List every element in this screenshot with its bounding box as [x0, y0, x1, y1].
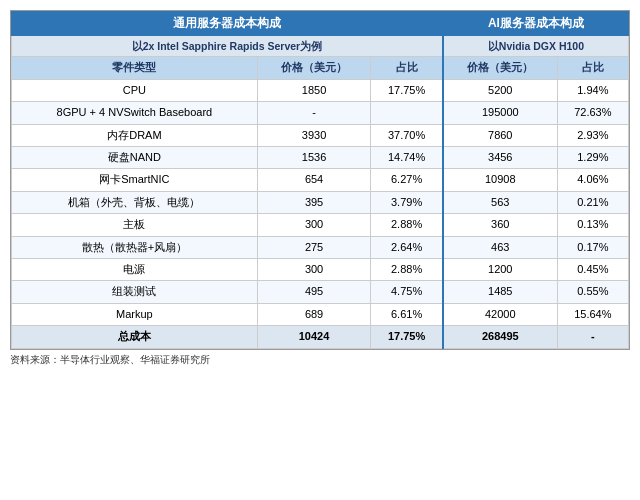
ai-subheader: 以Nvidia DGX H100 — [443, 35, 629, 57]
cell-component: 硬盘NAND — [12, 147, 258, 169]
cell-ratio: 2.88% — [371, 214, 443, 236]
cell-component: 8GPU + 4 NVSwitch Baseboard — [12, 102, 258, 124]
cell-component: 机箱（外壳、背板、电缆） — [12, 191, 258, 213]
cell-ai-price: 195000 — [443, 102, 557, 124]
ai-server-header: AI服务器成本构成 — [443, 12, 629, 36]
cell-component: 组装测试 — [12, 281, 258, 303]
cell-component: Markup — [12, 303, 258, 325]
table-row: 电源 300 2.88% 1200 0.45% — [12, 259, 629, 281]
cell-ratio: 2.64% — [371, 236, 443, 258]
cell-component: CPU — [12, 79, 258, 101]
cell-price: 495 — [257, 281, 371, 303]
cell-price: 1536 — [257, 147, 371, 169]
cell-price: 395 — [257, 191, 371, 213]
total-row: 总成本 10424 17.75% 268495 - — [12, 326, 629, 348]
cell-price: 300 — [257, 214, 371, 236]
col-price-header: 价格（美元） — [257, 57, 371, 79]
header-row: 通用服务器成本构成 AI服务器成本构成 — [12, 12, 629, 36]
cell-component: 网卡SmartNIC — [12, 169, 258, 191]
source-citation: 资料来源：半导体行业观察、华福证券研究所 — [10, 353, 630, 367]
source-text: 资料来源：半导体行业观察、华福证券研究所 — [10, 354, 210, 365]
total-ai-ratio: - — [557, 326, 628, 348]
col-ai-price-header: 价格（美元） — [443, 57, 557, 79]
cell-price: 654 — [257, 169, 371, 191]
table-row: 主板 300 2.88% 360 0.13% — [12, 214, 629, 236]
cell-ai-ratio: 0.17% — [557, 236, 628, 258]
cell-ai-ratio: 2.93% — [557, 124, 628, 146]
col-ratio-header: 占比 — [371, 57, 443, 79]
cell-ratio: 3.79% — [371, 191, 443, 213]
cell-ai-price: 1200 — [443, 259, 557, 281]
cell-component: 散热（散热器+风扇） — [12, 236, 258, 258]
cell-ai-price: 42000 — [443, 303, 557, 325]
cell-ratio — [371, 102, 443, 124]
table-row: 散热（散热器+风扇） 275 2.64% 463 0.17% — [12, 236, 629, 258]
total-ai-price: 268495 — [443, 326, 557, 348]
cell-ai-ratio: 0.45% — [557, 259, 628, 281]
cell-component: 主板 — [12, 214, 258, 236]
table-row: 硬盘NAND 1536 14.74% 3456 1.29% — [12, 147, 629, 169]
table-row: Markup 689 6.61% 42000 15.64% — [12, 303, 629, 325]
cell-ai-price: 1485 — [443, 281, 557, 303]
cell-ai-price: 7860 — [443, 124, 557, 146]
cell-ai-ratio: 15.64% — [557, 303, 628, 325]
cell-ai-ratio: 0.13% — [557, 214, 628, 236]
col-ai-ratio-header: 占比 — [557, 57, 628, 79]
cell-ai-ratio: 4.06% — [557, 169, 628, 191]
main-table-wrapper: 通用服务器成本构成 AI服务器成本构成 以2x Intel Sapphire R… — [10, 10, 630, 350]
cell-ratio: 17.75% — [371, 79, 443, 101]
cell-ai-ratio: 0.55% — [557, 281, 628, 303]
cell-ratio: 14.74% — [371, 147, 443, 169]
table-row: CPU 1850 17.75% 5200 1.94% — [12, 79, 629, 101]
cell-ratio: 37.70% — [371, 124, 443, 146]
cost-comparison-table: 通用服务器成本构成 AI服务器成本构成 以2x Intel Sapphire R… — [11, 11, 629, 349]
cell-ai-ratio: 1.94% — [557, 79, 628, 101]
cell-component: 电源 — [12, 259, 258, 281]
cell-ratio: 6.27% — [371, 169, 443, 191]
cell-ai-ratio: 0.21% — [557, 191, 628, 213]
table-body: CPU 1850 17.75% 5200 1.94% 8GPU + 4 NVSw… — [12, 79, 629, 348]
cell-ratio: 6.61% — [371, 303, 443, 325]
cell-component: 内存DRAM — [12, 124, 258, 146]
cell-ratio: 2.88% — [371, 259, 443, 281]
total-price: 10424 — [257, 326, 371, 348]
cell-ai-price: 10908 — [443, 169, 557, 191]
cell-ai-price: 3456 — [443, 147, 557, 169]
cell-price: 275 — [257, 236, 371, 258]
cell-ai-price: 563 — [443, 191, 557, 213]
cell-price: 1850 — [257, 79, 371, 101]
col-header-row: 零件类型 价格（美元） 占比 价格（美元） 占比 — [12, 57, 629, 79]
subheader-row: 以2x Intel Sapphire Rapids Server为例 以Nvid… — [12, 35, 629, 57]
cell-price: 689 — [257, 303, 371, 325]
cell-ai-ratio: 1.29% — [557, 147, 628, 169]
cell-price: 3930 — [257, 124, 371, 146]
cell-price: 300 — [257, 259, 371, 281]
general-subheader: 以2x Intel Sapphire Rapids Server为例 — [12, 35, 443, 57]
cell-price: - — [257, 102, 371, 124]
cell-ai-price: 360 — [443, 214, 557, 236]
cell-ai-price: 5200 — [443, 79, 557, 101]
col-component-header: 零件类型 — [12, 57, 258, 79]
table-row: 8GPU + 4 NVSwitch Baseboard - 195000 72.… — [12, 102, 629, 124]
total-ratio: 17.75% — [371, 326, 443, 348]
general-server-header: 通用服务器成本构成 — [12, 12, 443, 36]
table-row: 网卡SmartNIC 654 6.27% 10908 4.06% — [12, 169, 629, 191]
cell-ratio: 4.75% — [371, 281, 443, 303]
cell-ai-price: 463 — [443, 236, 557, 258]
cell-ai-ratio: 72.63% — [557, 102, 628, 124]
total-label: 总成本 — [12, 326, 258, 348]
table-row: 内存DRAM 3930 37.70% 7860 2.93% — [12, 124, 629, 146]
table-row: 机箱（外壳、背板、电缆） 395 3.79% 563 0.21% — [12, 191, 629, 213]
table-row: 组装测试 495 4.75% 1485 0.55% — [12, 281, 629, 303]
